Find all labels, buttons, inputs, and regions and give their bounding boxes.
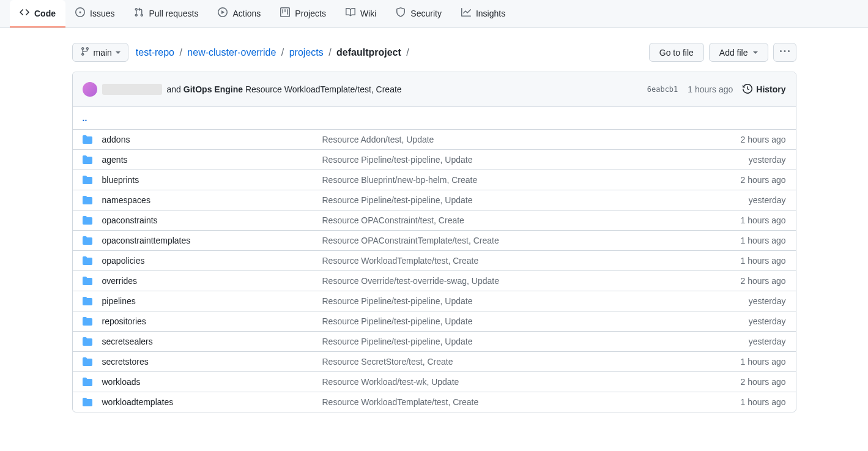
commit-meta: 6eabcb1 1 hours ago History (647, 84, 786, 95)
file-name-link[interactable]: opapolicies (102, 256, 145, 266)
file-time: 2 hours ago (700, 135, 786, 144)
file-commit-link[interactable]: Resource OPAConstraintTemplate/test, Cre… (322, 236, 499, 245)
tab-issues[interactable]: Issues (65, 0, 124, 28)
file-name-link[interactable]: repositories (102, 316, 146, 326)
file-commit-link[interactable]: Resource Pipeline/test-pipeline, Update (322, 155, 473, 165)
file-time: yesterday (700, 337, 786, 346)
tab-code[interactable]: Code (10, 0, 65, 28)
file-name-link[interactable]: namespaces (102, 195, 150, 205)
parent-directory-row: .. (73, 107, 796, 130)
author-redacted[interactable] (102, 84, 162, 95)
file-commit-link[interactable]: Resource WorkloadTemplate/test, Create (322, 256, 479, 266)
file-name-link[interactable]: workloads (102, 377, 141, 387)
file-commit-link[interactable]: Resource WorkloadTemplate/test, Create (322, 397, 479, 407)
file-commit-link[interactable]: Resource Addon/test, Update (322, 135, 434, 144)
book-icon (346, 7, 355, 19)
tab-actions[interactable]: Actions (208, 0, 270, 28)
file-time: 2 hours ago (700, 175, 786, 185)
table-row: opaconstrainttemplatesResource OPAConstr… (73, 231, 796, 251)
table-row: addonsResource Addon/test, Update2 hours… (73, 130, 796, 150)
file-name-link[interactable]: overrides (102, 276, 138, 286)
file-commit-link[interactable]: Resource Blueprint/new-bp-helm, Create (322, 175, 478, 185)
avatar[interactable] (83, 82, 97, 97)
table-row: blueprintsResource Blueprint/new-bp-helm… (73, 170, 796, 190)
table-row: workloadtemplatesResource WorkloadTempla… (73, 392, 796, 412)
table-row: pipelinesResource Pipeline/test-pipeline… (73, 291, 796, 311)
parent-directory-link[interactable]: .. (83, 113, 87, 123)
add-file-button[interactable]: Add file (709, 43, 768, 62)
tab-code-label: Code (34, 9, 56, 18)
file-commit-link[interactable]: Resource SecretStore/test, Create (322, 357, 453, 367)
table-row: secretstoresResource SecretStore/test, C… (73, 352, 796, 372)
commit-info: and GitOps Engine Resource WorkloadTempl… (83, 82, 647, 97)
file-name-link[interactable]: pipelines (102, 296, 136, 306)
table-row: repositoriesResource Pipeline/test-pipel… (73, 311, 796, 332)
git-branch-icon (80, 47, 90, 58)
project-icon (280, 7, 290, 19)
breadcrumb-repo[interactable]: test-repo (136, 47, 174, 58)
folder-icon (83, 357, 92, 367)
folder-icon (83, 195, 92, 205)
folder-icon (83, 337, 92, 346)
file-name-link[interactable]: opaconstraints (102, 215, 158, 225)
file-commit-link[interactable]: Resource Pipeline/test-pipeline, Update (322, 316, 473, 326)
file-time: 1 hours ago (700, 236, 786, 245)
file-name-link[interactable]: opaconstrainttemplates (102, 236, 191, 245)
branch-select-button[interactable]: main (72, 43, 128, 62)
tab-issues-label: Issues (90, 9, 114, 18)
commit-sha[interactable]: 6eabcb1 (647, 85, 678, 94)
tab-wiki-label: Wiki (360, 9, 376, 18)
file-name-link[interactable]: secretstores (102, 357, 149, 367)
file-commit-link[interactable]: Resource Override/test-override-swag, Up… (322, 276, 499, 286)
toolbar: main test-repo / new-cluster-override / … (72, 43, 796, 62)
branch-name: main (94, 48, 112, 58)
folder-icon (83, 276, 92, 286)
breadcrumb-1[interactable]: new-cluster-override (187, 47, 276, 58)
kebab-icon (780, 47, 790, 58)
tab-insights[interactable]: Insights (451, 0, 515, 28)
file-name-link[interactable]: addons (102, 135, 130, 144)
file-commit-link[interactable]: Resource Pipeline/test-pipeline, Update (322, 296, 473, 306)
table-row: opaconstraintsResource OPAConstraint/tes… (73, 211, 796, 231)
table-row: secretsealersResource Pipeline/test-pipe… (73, 332, 796, 352)
tab-security[interactable]: Security (386, 0, 451, 28)
folder-icon (83, 377, 92, 387)
code-icon (20, 7, 29, 19)
file-commit-link[interactable]: Resource Pipeline/test-pipeline, Update (322, 195, 473, 205)
file-time: 1 hours ago (700, 256, 786, 266)
latest-commit-bar: and GitOps Engine Resource WorkloadTempl… (73, 72, 796, 107)
file-time: 2 hours ago (700, 377, 786, 387)
add-file-label: Add file (719, 48, 748, 58)
breadcrumb-2[interactable]: projects (289, 47, 324, 58)
go-to-file-button[interactable]: Go to file (649, 43, 704, 62)
tab-projects-label: Projects (295, 9, 326, 18)
breadcrumb: test-repo / new-cluster-override / proje… (136, 47, 412, 58)
repo-tabs: Code Issues Pull requests Actions Projec… (0, 0, 868, 28)
folder-icon (83, 135, 92, 144)
file-time: 2 hours ago (700, 276, 786, 286)
tab-wiki[interactable]: Wiki (336, 0, 386, 28)
file-time: yesterday (700, 316, 786, 326)
file-name-link[interactable]: blueprints (102, 175, 139, 185)
more-options-button[interactable] (773, 43, 796, 62)
folder-icon (83, 316, 92, 326)
folder-icon (83, 256, 92, 266)
breadcrumb-current: defaultproject (336, 47, 401, 58)
file-commit-link[interactable]: Resource OPAConstraint/test, Create (322, 215, 464, 225)
shield-icon (396, 7, 406, 19)
pr-icon (134, 7, 144, 19)
tab-projects[interactable]: Projects (270, 0, 336, 28)
file-name-link[interactable]: secretsealers (102, 337, 153, 346)
file-time: yesterday (700, 296, 786, 306)
folder-icon (83, 175, 92, 185)
file-commit-link[interactable]: Resource Pipeline/test-pipeline, Update (322, 337, 473, 346)
file-name-link[interactable]: workloadtemplates (102, 397, 174, 407)
commit-message[interactable]: and GitOps Engine Resource WorkloadTempl… (167, 84, 402, 94)
file-time: 1 hours ago (700, 215, 786, 225)
tab-pull-requests[interactable]: Pull requests (124, 0, 208, 28)
folder-icon (83, 296, 92, 306)
tab-insights-label: Insights (476, 9, 505, 18)
file-commit-link[interactable]: Resource Workload/test-wk, Update (322, 377, 459, 387)
file-name-link[interactable]: agents (102, 155, 128, 165)
history-link[interactable]: History (743, 84, 785, 95)
